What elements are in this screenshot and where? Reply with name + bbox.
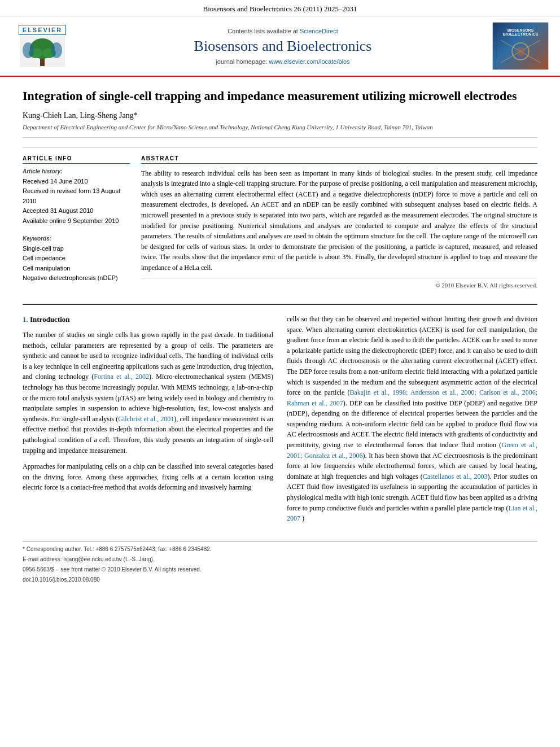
available-date: Available online 9 September 2010 [23,216,130,226]
contents-line: Contents lists available at ScienceDirec… [79,28,487,34]
cover-title-text: BIOSENSORS BIOELECTRONICS [493,27,548,37]
cover-graphic-icon [495,37,546,65]
article-container: Integration of single-cell trapping and … [0,77,560,597]
body-para-2: Approaches for manipulating cells on a c… [23,461,273,493]
ref-bakajin[interactable]: Bakajin et al., 1998; Andersson et al., … [287,388,537,407]
journal-cover-image: BIOSENSORS BIOELECTRONICS [492,22,549,70]
elsevier-tree-icon [20,36,65,67]
svg-point-6 [51,42,62,58]
sciencedirect-link[interactable]: ScienceDirect [300,28,338,34]
body-para-1: The number of studies on single cells ha… [23,330,273,456]
top-bar: Biosensors and Bioelectronics 26 (2011) … [0,0,560,16]
received-revised-date: Received in revised form 13 August 2010 [23,186,130,206]
svg-point-5 [23,42,34,58]
body-para-3: cells so that they can be observed and i… [287,314,537,524]
journal-header: ELSEVIER Contents lists available at Sci… [0,16,560,77]
affiliation: Department of Electrical Engineering and… [23,124,537,138]
abstract-col: ABSTRACT The ability to research individ… [141,155,537,292]
article-info-header: ARTICLE INFO [23,155,130,164]
footnote-email: E-mail address: lsjang@ee.ncku.edu.tw (L… [23,555,537,564]
journal-name: Biosensors and Bioelectronics [79,38,487,55]
keyword-1: Single-cell trap [23,244,130,254]
abstract-text: The ability to research individual cells… [141,168,537,273]
article-info-abstract: ARTICLE INFO Article history: Received 1… [23,147,537,292]
journal-homepage: journal homepage: www.elsevier.com/locat… [79,58,487,65]
svg-point-11 [516,47,525,56]
body-content: 1. Introduction The number of studies on… [23,304,537,584]
journal-reference: Biosensors and Bioelectronics 26 (2011) … [203,5,357,13]
footnote-doi: doi:10.1016/j.bios.2010.08.080 [23,575,537,584]
journal-title-center: Contents lists available at ScienceDirec… [73,28,492,65]
footnote-issn: 0956-5663/$ – see front matter © 2010 El… [23,565,537,574]
article-info-col: ARTICLE INFO Article history: Received 1… [23,155,130,292]
authors-line: Kung-Chieh Lan, Ling-Sheng Jang* [23,111,537,120]
elsevier-logo-area: ELSEVIER [11,25,73,67]
body-two-col: 1. Introduction The number of studies on… [23,314,537,530]
history-block: Article history: Received 14 June 2010 R… [23,168,130,226]
footnote-area: * Corresponding author. Tel.: +886 6 275… [23,541,537,584]
ref-castellanos[interactable]: Castellanos et al., 2003 [423,473,488,480]
keywords-label: Keywords: [23,235,130,242]
elsevier-label: ELSEVIER [19,25,66,35]
footnote-corresponding: * Corresponding author. Tel.: +886 6 275… [23,545,537,554]
article-title: Integration of single-cell trapping and … [23,88,537,104]
ref-fortina[interactable]: Fortina et al., 2002 [94,373,149,381]
received-date: Received 14 June 2010 [23,177,130,187]
history-label: Article history: [23,168,130,174]
keyword-3: Cell manipulation [23,264,130,274]
ref-gilchrist[interactable]: Gilchrist et al., 2001 [118,415,174,423]
ref-green[interactable]: Green et al., 2001; Gonzalez et al., 200… [287,441,537,460]
keyword-2: Cell impedance [23,254,130,264]
body-col-right: cells so that they can be observed and i… [287,314,537,530]
section1-title-text: Introduction [30,315,70,324]
copyright-line: © 2010 Elsevier B.V. All rights reserved… [141,278,537,289]
section1-num: 1. [23,315,28,324]
homepage-url[interactable]: www.elsevier.com/locate/bios [269,58,350,65]
keyword-4: Negative dielectrophoresis (nDEP) [23,273,130,283]
author-names: Kung-Chieh Lan, Ling-Sheng Jang* [23,111,138,120]
abstract-header: ABSTRACT [141,155,537,164]
section1-title: 1. Introduction [23,314,273,325]
keywords-block: Keywords: Single-cell trap Cell impedanc… [23,235,130,283]
ref-lian[interactable]: Lian et al., 2007 [287,504,537,523]
accepted-date: Accepted 31 August 2010 [23,206,130,216]
body-col-left: 1. Introduction The number of studies on… [23,314,273,530]
